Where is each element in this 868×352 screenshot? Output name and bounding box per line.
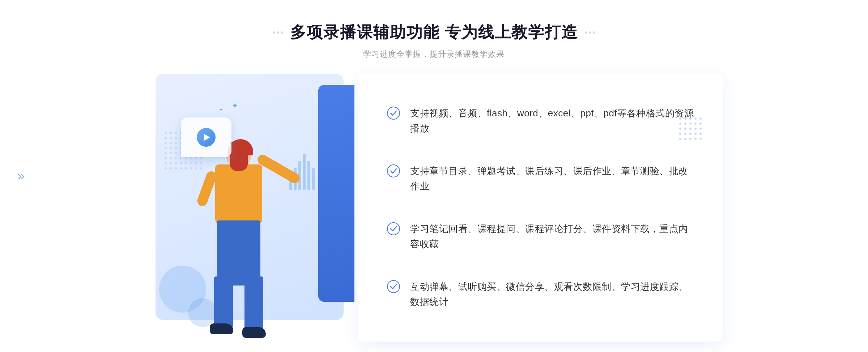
check-icon-3: [387, 222, 400, 235]
right-decoration: [585, 31, 595, 34]
features-panel: 支持视频、音频、flash、word、excel、ppt、pdf等各种格式的资源…: [358, 74, 723, 342]
feature-text-1: 支持视频、音频、flash、word、excel、ppt、pdf等各种格式的资源…: [410, 106, 694, 136]
illustration-area: ✦ ✦: [145, 74, 354, 342]
play-bubble: [181, 117, 231, 157]
feature-item-1: 支持视频、音频、flash、word、excel、ppt、pdf等各种格式的资源…: [387, 106, 694, 136]
person-shoe-right: [242, 327, 266, 338]
check-icon-2: [387, 164, 400, 177]
person-body: [215, 164, 262, 226]
play-triangle: [204, 134, 210, 141]
page-subtitle: 学习进度全掌握，提升录播课教学效果: [273, 49, 595, 60]
main-content: ✦ ✦: [145, 74, 723, 342]
page-header: 多项录播课辅助功能 专为线上教学打造 学习进度全掌握，提升录播课教学效果: [273, 22, 595, 60]
feature-item-3: 学习笔记回看、课程提问、课程评论打分、课件资料下载，重点内容收藏: [387, 222, 694, 252]
check-icon-4: [387, 280, 400, 293]
person-hair: [228, 139, 253, 155]
title-wrapper: 多项录播课辅助功能 专为线上教学打造: [273, 22, 595, 43]
svg-point-1: [387, 165, 400, 177]
sparkle-icon-1: ✦: [219, 107, 223, 112]
blue-side-panel: [318, 85, 354, 302]
left-decoration: [273, 31, 283, 34]
person-leg-left: [214, 276, 233, 331]
feature-item-2: 支持章节目录、弹题考试、课后练习、课后作业、章节测验、批改作业: [387, 164, 694, 194]
feature-item-4: 互动弹幕、试听购买、微信分享、观看次数限制、学习进度跟踪、数据统计: [387, 279, 694, 309]
feature-text-3: 学习笔记回看、课程提问、课程评论打分、课件资料下载，重点内容收藏: [410, 222, 694, 252]
svg-point-0: [387, 107, 400, 119]
person-shoe-left: [210, 323, 233, 334]
chevron-left-decoration: »: [17, 168, 25, 184]
person-arm-right: [256, 153, 302, 185]
svg-point-2: [387, 223, 400, 235]
feature-text-2: 支持章节目录、弹题考试、课后练习、课后作业、章节测验、批改作业: [410, 164, 694, 194]
person-figure: [181, 132, 297, 342]
person-leg-right: [244, 276, 263, 334]
feature-text-4: 互动弹幕、试听购买、微信分享、观看次数限制、学习进度跟踪、数据统计: [410, 279, 694, 309]
page-wrapper: » 多项录播课辅助功能 专为线上教学打造 学习进度全掌握，提升录播课教学效果: [0, 0, 868, 352]
check-icon-1: [387, 107, 400, 120]
person-pants: [217, 220, 260, 286]
page-title: 多项录播课辅助功能 专为线上教学打造: [290, 22, 578, 43]
svg-point-3: [387, 280, 400, 293]
person-arm-left: [196, 170, 218, 207]
play-icon: [197, 128, 216, 147]
sparkle-icon-2: ✦: [231, 101, 238, 111]
right-dot-decoration: [679, 117, 702, 140]
